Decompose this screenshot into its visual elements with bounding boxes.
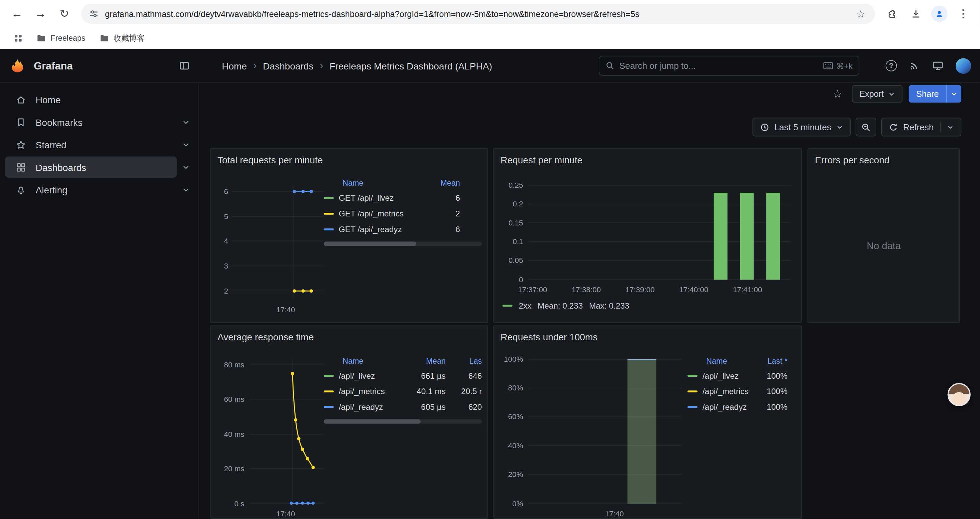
refresh-button[interactable]: Refresh — [881, 118, 961, 136]
forward-icon: → — [35, 7, 46, 21]
legend-series-label[interactable]: 2xx — [519, 301, 531, 310]
apps-button[interactable] — [10, 30, 26, 46]
url-text[interactable]: grafana.mathmast.com/d/deytv4rwavabkb/fr… — [105, 9, 848, 18]
legend-header-last[interactable]: Last * — [755, 357, 787, 366]
user-avatar[interactable] — [956, 58, 971, 73]
legend-row[interactable]: GET /api/_readyz 6 — [324, 222, 482, 237]
legend-row[interactable]: /api/_readyz 100% — [687, 399, 788, 415]
sidebar-item-bookmarks[interactable]: Bookmarks — [5, 112, 177, 133]
legend-header-mean[interactable]: Mean — [401, 357, 445, 366]
star-icon: ☆ — [856, 8, 865, 20]
search-icon — [606, 61, 614, 70]
legend-row[interactable]: /api/_readyz 605 µs 620 — [324, 399, 482, 415]
legend-scrollbar[interactable] — [324, 419, 482, 423]
site-settings-icon[interactable] — [89, 9, 99, 19]
share-button[interactable]: Share — [908, 85, 961, 102]
sidebar-item-alerting[interactable]: Alerting — [5, 179, 177, 200]
time-range-picker[interactable]: Last 5 minutes — [752, 118, 851, 136]
panel-title[interactable]: Average response time — [218, 332, 314, 342]
legend-header-mean[interactable]: Mean — [428, 179, 460, 188]
legend-row[interactable]: GET /api/_metrics 2 — [324, 206, 482, 222]
x-tick: 17:40 — [600, 509, 629, 518]
chevron-right-icon: › — [253, 59, 257, 72]
legend-row[interactable]: /api/_livez 100% — [687, 368, 788, 384]
legend-scrollbar[interactable] — [324, 241, 482, 246]
legend-inline[interactable]: 2xx Mean: 0.233 Max: 0.233 — [502, 301, 629, 310]
time-range-label: Last 5 minutes — [774, 122, 831, 132]
series-color-green — [687, 375, 697, 377]
sidebar-item-home[interactable]: Home — [5, 89, 177, 110]
chevron-down-icon[interactable] — [182, 163, 190, 171]
favorite-star-button[interactable]: ☆ — [829, 86, 846, 102]
panel-title[interactable]: Errors per second — [815, 155, 889, 165]
rss-icon[interactable] — [908, 60, 920, 72]
legend-header-name[interactable]: Name — [706, 357, 755, 366]
breadcrumb-home[interactable]: Home — [222, 61, 247, 71]
series-color-green — [324, 375, 334, 377]
legend-table: Name Mean GET /api/_livez 6 GET /api/_me… — [324, 176, 482, 237]
grafana-logo-icon[interactable] — [10, 58, 25, 73]
panel-title[interactable]: Total requests per minute — [218, 155, 323, 165]
extensions-button[interactable] — [881, 3, 903, 24]
floating-user-avatar[interactable] — [948, 383, 970, 406]
y-tick: 4 — [215, 236, 228, 245]
panel-request-per-minute: Request per minute 0.25 0.2 0.15 0.1 0.0… — [493, 148, 802, 323]
chevron-down-icon[interactable] — [182, 118, 190, 126]
clock-icon — [760, 122, 769, 132]
sidebar-item-starred[interactable]: Starred — [5, 134, 177, 155]
legend-row[interactable]: /api/_metrics 100% — [687, 384, 788, 399]
y-tick: 80 ms — [213, 360, 245, 369]
legend-row[interactable]: GET /api/_livez 6 — [324, 190, 482, 206]
folder-icon — [99, 33, 109, 43]
legend-header-last[interactable]: Las — [445, 357, 482, 366]
share-menu-button[interactable] — [946, 85, 961, 102]
back-button[interactable]: ← — [6, 3, 28, 24]
download-icon — [910, 8, 921, 19]
downloads-button[interactable] — [905, 3, 926, 24]
puzzle-icon — [886, 8, 897, 19]
legend-header-name[interactable]: Name — [342, 179, 428, 188]
toggle-sidebar-icon[interactable] — [179, 60, 190, 72]
help-icon[interactable]: ? — [886, 60, 897, 72]
forward-button[interactable]: → — [30, 3, 51, 24]
chevron-down-icon[interactable] — [182, 141, 190, 149]
series-color-blue — [324, 228, 334, 230]
grafana-app: Grafana Home › Dashboards › Freeleaps Me… — [0, 49, 980, 519]
series-color-green — [502, 305, 512, 307]
reload-button[interactable]: ↻ — [54, 3, 75, 24]
profile-button[interactable] — [929, 3, 950, 24]
breadcrumb-dashboards[interactable]: Dashboards — [263, 61, 313, 71]
panel-errors-per-second: Errors per second No data — [808, 148, 960, 323]
panel-title[interactable]: Request per minute — [501, 155, 582, 165]
scrollbar-thumb[interactable] — [324, 419, 421, 423]
legend-row[interactable]: /api/_livez 661 µs 646 — [324, 368, 482, 384]
sidebar-item-dashboards[interactable]: Dashboards — [5, 156, 177, 178]
y-tick: 40 ms — [213, 430, 245, 439]
y-tick: 0.2 — [496, 200, 523, 208]
folder-icon — [37, 33, 46, 43]
legend-header-name[interactable]: Name — [342, 357, 401, 366]
y-tick: 0 — [496, 275, 523, 284]
browser-menu-button[interactable]: ⋮ — [953, 3, 974, 24]
star-icon — [16, 139, 26, 150]
monitor-icon[interactable] — [932, 60, 944, 72]
panel-title[interactable]: Requests under 100ms — [501, 332, 598, 342]
time-controls: Last 5 minutes Refresh — [752, 118, 961, 136]
scrollbar-thumb[interactable] — [324, 241, 416, 246]
search-input[interactable]: Search or jump to... ⌘+k — [599, 56, 859, 76]
bookmark-item[interactable]: Freeleaps — [32, 31, 89, 45]
legend-row[interactable]: /api/_metrics 40.1 ms 20.5 r — [324, 384, 482, 399]
bar-chart[interactable] — [494, 149, 803, 324]
y-tick: 0 s — [213, 499, 245, 508]
bookmark-item[interactable]: 收藏博客 — [95, 31, 148, 45]
y-tick: 60% — [496, 412, 523, 421]
zoom-out-button[interactable] — [856, 118, 876, 136]
url-bar[interactable]: grafana.mathmast.com/d/deytv4rwavabkb/fr… — [81, 4, 875, 24]
chevron-down-icon[interactable] — [947, 124, 954, 131]
chevron-down-icon[interactable] — [182, 186, 190, 194]
sidebar: Home Bookmarks Starred Dashboards Alerti… — [0, 83, 199, 519]
export-button[interactable]: Export — [852, 85, 903, 102]
chevron-right-icon: › — [320, 59, 323, 72]
bookmark-star-button[interactable]: ☆ — [854, 7, 868, 21]
panel-average-response-time: Average response time 80 ms 60 ms 40 ms … — [210, 325, 488, 519]
